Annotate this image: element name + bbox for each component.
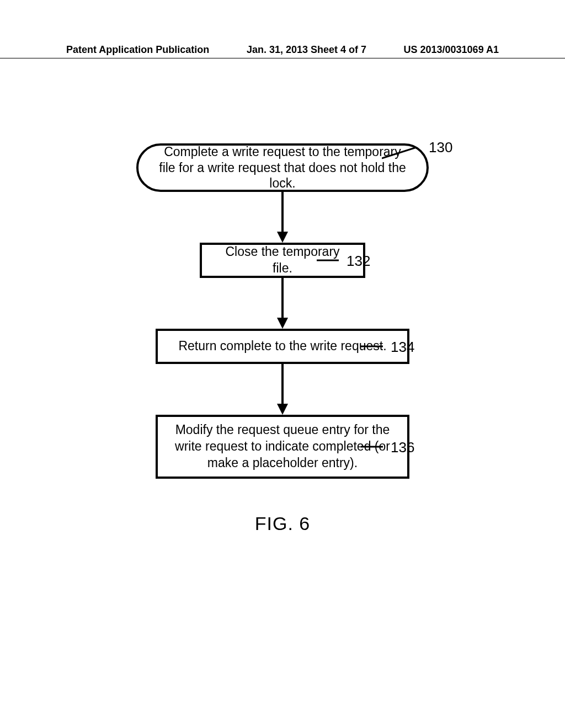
header-center-text: Jan. 31, 2013 Sheet 4 of 7: [247, 44, 366, 56]
process-box: Close the temporary file.: [200, 243, 365, 278]
leader-line: [361, 445, 383, 449]
node-label: 130: [429, 139, 452, 156]
flow-node-136: Modify the request queue entry for the w…: [0, 415, 565, 479]
flow-node-132: Close the temporary file. 132: [0, 243, 565, 278]
page-header: Patent Application Publication Jan. 31, …: [0, 44, 565, 56]
arrow-down-icon: [274, 192, 291, 243]
flowchart: Complete a write request to the temporar…: [0, 143, 565, 479]
header-right-text: US 2013/0031069 A1: [404, 44, 499, 56]
svg-marker-2: [277, 232, 288, 243]
svg-marker-8: [277, 404, 288, 415]
node-label: 136: [391, 439, 414, 456]
flow-node-130: Complete a write request to the temporar…: [0, 143, 565, 192]
flow-arrow: [0, 364, 565, 415]
arrow-down-icon: [274, 364, 291, 415]
figure-title: FIG. 6: [0, 513, 565, 534]
node-label: 134: [391, 339, 414, 356]
node-text: Complete a write request to the temporar…: [155, 144, 410, 191]
flow-arrow: [0, 278, 565, 329]
svg-marker-5: [277, 318, 288, 329]
header-divider: [0, 58, 565, 58]
node-text: Return complete to the write request.: [178, 338, 386, 355]
leader-line: [361, 344, 383, 349]
leader-line: [382, 144, 426, 161]
node-label: 132: [347, 253, 370, 270]
leader-line: [317, 258, 339, 263]
arrow-down-icon: [274, 278, 291, 329]
header-left-text: Patent Application Publication: [66, 44, 209, 56]
svg-line-0: [382, 148, 415, 158]
flow-arrow: [0, 192, 565, 243]
flow-node-134: Return complete to the write request. 13…: [0, 329, 565, 364]
